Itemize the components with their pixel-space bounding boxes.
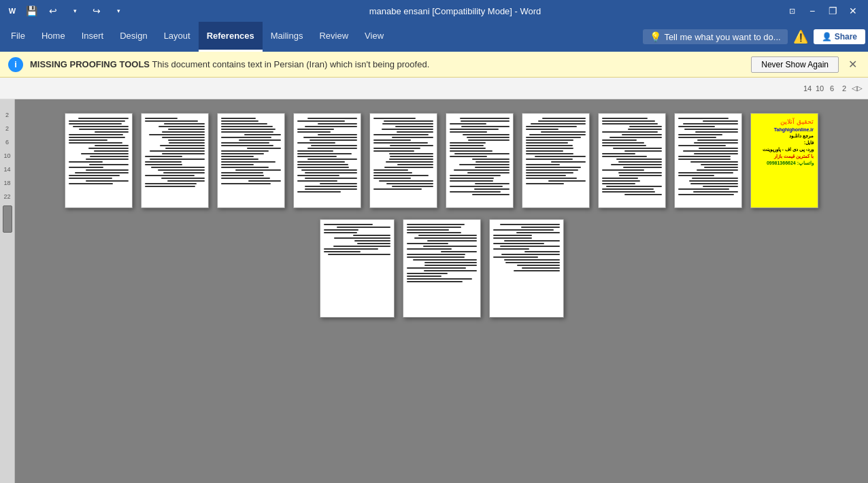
ruler-icon-left: ◁ [852,84,857,92]
page-thumb[interactable] [141,113,209,208]
word-icon: W [5,4,19,18]
share-icon: 👤 [822,32,832,41]
design-tab[interactable]: Design [112,22,155,52]
ruler-mark-2b: 2 [0,118,14,132]
page-thumb[interactable] [65,113,133,208]
references-tab[interactable]: References [199,22,263,52]
page-thumb[interactable] [489,219,564,318]
lightbulb-icon: 💡 [650,31,661,42]
ruler-icon-right: ▷ [857,84,863,92]
home-tab[interactable]: Home [33,22,73,52]
window-controls: ⊡ − ❐ ✕ [782,1,863,20]
left-ruler: 2 2 6 10 14 18 22 [0,99,15,483]
warning-icon: ⚠️ [793,29,808,44]
notification-bar: i MISSING PROOFING TOOLS This document c… [0,52,868,78]
minimize-button[interactable]: − [803,1,822,20]
restore-button[interactable]: ❐ [823,1,842,20]
page-thumb[interactable] [403,219,481,318]
vertical-scrollbar-thumb[interactable] [3,205,12,233]
ruler-num-14: 14 [801,84,814,93]
title-bar: W 💾 ↩ ▾ ↪ ▾ manabe ensani [Compatibility… [0,0,868,22]
content-area: 2 2 6 10 14 18 22 تحقیق آنلاین Tahghigho… [0,99,868,483]
pages-row-2 [320,219,564,318]
ruler-numbers: 14 10 6 2 ◁ ▷ [801,84,863,93]
ribbon: File Home Insert Design Layout Reference… [0,22,868,52]
page-thumb[interactable] [598,113,666,208]
ruler-num-6: 6 [826,84,838,93]
pages-row-1: تحقیق آنلاین Tahghighonline.ir مرجع دانل… [65,113,818,208]
ribbon-right: 💡 Tell me what you want to do... ⚠️ 👤 Sh… [643,22,865,52]
ruler-num-2: 2 [838,84,850,93]
toolbar-area: 14 10 6 2 ◁ ▷ [0,78,868,99]
notification-text: MISSING PROOFING TOOLS This document con… [30,59,744,69]
customize-qat-button[interactable]: ▾ [109,1,128,20]
pages-container[interactable]: تحقیق آنلاین Tahghighonline.ir مرجع دانل… [15,99,868,483]
ruler-mark-18: 18 [0,173,14,186]
title-bar-left: W 💾 ↩ ▾ ↪ ▾ [5,1,128,20]
mailings-tab[interactable]: Mailings [263,22,312,52]
close-button[interactable]: ✕ [844,1,863,20]
file-tab[interactable]: File [3,22,33,52]
view-tab[interactable]: View [356,22,392,52]
window-title: manabe ensani [Compatibility Mode] - Wor… [128,6,782,16]
ribbon-display-button[interactable]: ⊡ [782,1,801,20]
quick-save-button[interactable]: 💾 [22,1,41,20]
notification-body: This document contains text in Persian (… [152,59,429,69]
page-thumb[interactable] [674,113,742,208]
quick-redo-button[interactable]: ↪ [87,1,106,20]
ruler-mark-10: 10 [0,146,14,159]
tell-me-box[interactable]: 💡 Tell me what you want to do... [643,29,787,44]
page-thumb[interactable] [217,113,285,208]
ruler-mark-22: 22 [0,186,14,200]
page-thumb[interactable] [446,113,514,208]
page-thumb[interactable] [293,113,361,208]
quick-undo-button[interactable]: ↩ [44,1,63,20]
page-thumb[interactable] [369,113,437,208]
review-tab[interactable]: Review [311,22,356,52]
ruler-mark-14: 14 [0,159,14,173]
page-thumb[interactable]: تحقیق آنلاین Tahghighonline.ir مرجع دانل… [750,113,818,208]
tell-me-text: Tell me what you want to do... [664,32,780,42]
ruler-mark-6: 6 [0,132,14,146]
quick-undo-dropdown[interactable]: ▾ [65,1,84,20]
page-thumb[interactable] [522,113,590,208]
info-icon: i [8,57,23,72]
share-label: Share [835,32,857,41]
never-show-again-button[interactable]: Never Show Again [751,56,839,73]
notification-bold: MISSING PROOFING TOOLS [30,59,150,69]
ruler-mark-2: 2 [0,105,14,118]
ruler-num-10: 10 [814,84,826,93]
notification-close-button[interactable]: ✕ [846,58,860,71]
insert-tab[interactable]: Insert [73,22,112,52]
page-thumb[interactable] [320,219,395,318]
layout-tab[interactable]: Layout [156,22,199,52]
share-button[interactable]: 👤 Share [814,29,865,44]
